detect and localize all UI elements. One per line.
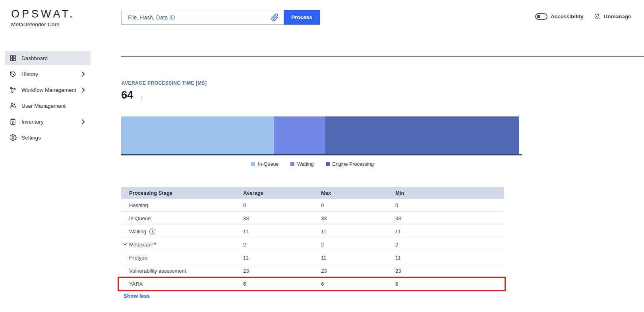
sidebar-item-workflow-management[interactable]: Workflow Management — [5, 83, 91, 97]
cell-average: 2 — [243, 242, 321, 248]
table-row-hashing: Hashing 0 0 0 — [121, 199, 504, 212]
workflow-icon — [10, 86, 17, 93]
stage-label: Filetype — [129, 255, 147, 261]
users-icon — [10, 102, 17, 109]
process-button[interactable]: Process — [284, 10, 320, 25]
cell-max: 11 — [321, 229, 395, 234]
show-less-link[interactable]: Show less — [124, 293, 150, 299]
toggle-knob — [537, 15, 540, 18]
brand-product-name: MetaDefender Core — [11, 21, 75, 27]
attach-file-button[interactable] — [271, 13, 280, 22]
cell-average: 23 — [243, 268, 321, 274]
sidebar-item-dashboard[interactable]: Dashboard — [5, 51, 91, 65]
column-header-processing-stage: Processing Stage — [121, 190, 243, 196]
cell-max: 11 — [321, 255, 395, 261]
sidebar-nav: Dashboard History Workflow Management — [0, 51, 91, 146]
info-icon[interactable]: i — [149, 229, 155, 234]
table-row-filetype: Filetype 11 11 11 — [121, 251, 504, 264]
stage-label: YARA — [129, 281, 143, 287]
topbar-right-controls: Accessibility Unmanage — [535, 13, 631, 20]
history-icon — [10, 70, 17, 78]
table-row-vulnerability-assessment: Vulnerability assessment 23 23 23 — [121, 264, 504, 277]
accessibility-control[interactable]: Accessibility — [535, 13, 584, 20]
trend-up-icon: ↑ — [140, 94, 143, 101]
sidebar-item-label: Settings — [21, 135, 41, 141]
sidebar-item-label: User Management — [21, 103, 66, 109]
chevron-right-icon — [81, 119, 85, 124]
stage-label: In-Queue — [129, 215, 151, 221]
table-row-metascan[interactable]: Metascan™ 2 2 2 — [121, 238, 504, 251]
bar-segment-waiting — [274, 116, 325, 154]
grid-icon — [10, 54, 17, 62]
cell-average: 11 — [243, 229, 321, 234]
process-search-bar: Process — [121, 10, 320, 25]
sidebar-item-user-management[interactable]: User Management — [5, 99, 91, 113]
legend-item-in-queue: In-Queue — [251, 161, 278, 167]
table-header-row: Processing Stage Average Max Min — [121, 187, 504, 199]
processing-time-stacked-bar — [121, 116, 519, 154]
unlink-icon — [594, 13, 601, 20]
cell-max: 0 — [321, 202, 395, 208]
chevron-down-icon[interactable] — [123, 242, 128, 247]
sidebar-item-history[interactable]: History — [5, 67, 91, 81]
legend-item-waiting: Waiting — [290, 161, 313, 167]
metric-value: 64 — [121, 89, 133, 101]
unmanaged-control[interactable]: Unmanage — [594, 13, 631, 20]
legend-item-engine-processing: Engine Processing — [326, 161, 374, 167]
chevron-right-icon — [81, 72, 85, 77]
cell-average: 33 — [243, 215, 321, 221]
cell-average: 6 — [243, 281, 321, 287]
cell-min: 23 — [395, 268, 504, 274]
cell-min: 2 — [395, 242, 504, 248]
chevron-right-icon — [81, 87, 85, 93]
clipboard-icon — [10, 118, 17, 125]
sidebar-item-label: Workflow Management — [21, 87, 76, 93]
content-top-divider — [121, 56, 644, 57]
processing-stage-table: Processing Stage Average Max Min Hashing… — [121, 187, 504, 291]
sidebar-item-label: Dashboard — [21, 55, 48, 61]
column-header-average: Average — [243, 190, 321, 196]
cell-max: 23 — [321, 268, 395, 274]
chart-legend: In-Queue Waiting Engine Processing — [121, 161, 504, 167]
sidebar-item-inventory[interactable]: Inventory — [5, 114, 91, 129]
column-header-max: Max — [321, 190, 395, 196]
legend-swatch-engine-processing — [326, 162, 330, 166]
cell-average: 0 — [243, 202, 321, 208]
legend-swatch-in-queue — [251, 162, 255, 166]
table-row-waiting: Waiting i 11 11 11 — [121, 225, 504, 238]
table-row-yara: YARA 6 6 6 — [121, 277, 504, 291]
search-input[interactable] — [121, 10, 284, 25]
sidebar-item-label: Inventory — [21, 119, 44, 125]
stage-label: Metascan™ — [129, 242, 157, 248]
cell-min: 0 — [395, 202, 504, 208]
cell-min: 11 — [395, 229, 504, 234]
bar-axis-line — [121, 154, 522, 155]
sidebar-item-label: History — [21, 71, 38, 77]
unmanaged-label: Unmanage — [604, 14, 631, 19]
brand-logo: OPSWAT. MetaDefender Core — [11, 8, 75, 27]
cell-min: 11 — [395, 255, 504, 261]
cell-max: 6 — [321, 281, 395, 287]
table-row-in-queue: In-Queue 33 33 33 — [121, 212, 504, 225]
paperclip-icon — [271, 14, 280, 21]
column-header-min: Min — [395, 190, 504, 196]
cell-min: 33 — [395, 215, 504, 221]
legend-label: Waiting — [297, 161, 313, 167]
cell-max: 33 — [321, 215, 395, 221]
stage-label: Waiting — [129, 229, 146, 234]
legend-label: In-Queue — [258, 161, 278, 167]
cell-average: 11 — [243, 255, 321, 261]
accessibility-label: Accessibility — [551, 14, 584, 19]
gear-icon — [10, 134, 17, 141]
stage-label: Hashing — [129, 202, 148, 208]
bar-segment-in-queue — [121, 116, 274, 154]
cell-min: 6 — [395, 281, 504, 287]
accessibility-toggle[interactable] — [535, 13, 547, 20]
stage-label: Vulnerability assessment — [129, 268, 186, 274]
bar-segment-engine-processing — [325, 116, 519, 154]
legend-swatch-waiting — [290, 162, 294, 166]
legend-label: Engine Processing — [333, 161, 374, 167]
metric-title: AVERAGE PROCESSING TIME [MS] — [122, 80, 207, 86]
sidebar-item-settings[interactable]: Settings — [5, 130, 91, 145]
brand-logo-text: OPSWAT. — [11, 8, 75, 20]
